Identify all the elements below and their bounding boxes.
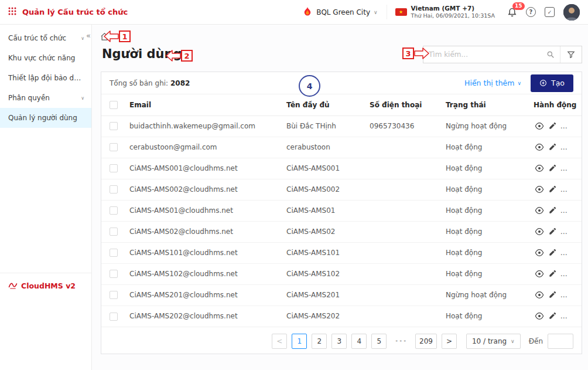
lock-icon[interactable] <box>560 164 572 173</box>
cell-email: CiAMS-AMS202@cloudhms.net <box>125 305 282 327</box>
view-icon[interactable] <box>534 312 545 320</box>
table-row: CiAMS-AMS202@cloudhms.net CiAMS-AMS202 H… <box>101 305 582 327</box>
last-page-button[interactable]: 209 <box>415 334 437 349</box>
sidebar-collapse-button[interactable]: « <box>86 31 91 40</box>
org-selector[interactable]: BQL Green City ∨ <box>302 6 377 18</box>
more-actions-icon[interactable]: ··· <box>573 291 582 299</box>
app-grid-icon[interactable] <box>8 6 16 18</box>
select-all-checkbox[interactable] <box>110 101 118 109</box>
edit-icon[interactable] <box>547 270 558 278</box>
org-name: BQL Green City <box>316 8 370 16</box>
edit-icon[interactable] <box>547 312 558 320</box>
more-actions-icon[interactable]: ··· <box>573 143 582 151</box>
view-icon[interactable] <box>534 206 545 215</box>
page-button-2[interactable]: 2 <box>312 334 327 349</box>
row-checkbox[interactable] <box>110 228 118 236</box>
page-button-3[interactable]: 3 <box>331 334 347 349</box>
show-more-link[interactable]: Hiển thị thêm ∨ <box>464 79 521 87</box>
cell-phone <box>365 221 441 242</box>
table-row: CiAMS-AMS001@cloudhms.net CiAMS-AMS001 H… <box>101 158 582 179</box>
row-checkbox[interactable] <box>110 164 118 172</box>
cloudhms-logo-text: CloudHMS v2 <box>21 281 76 290</box>
header-phone: Số điện thoại <box>365 94 441 116</box>
timezone-info: ★ Vietnam (GMT +7) Thứ Hai, 06/09/2021, … <box>387 5 495 19</box>
row-checkbox[interactable] <box>110 313 118 321</box>
lock-icon[interactable] <box>560 291 572 300</box>
prev-page-button[interactable]: < <box>272 334 287 349</box>
cell-status: Hoạt động <box>441 137 529 158</box>
create-button[interactable]: Tạo <box>531 74 573 92</box>
more-actions-icon[interactable]: ··· <box>573 164 582 172</box>
search-input[interactable] <box>423 50 541 59</box>
lock-icon[interactable] <box>560 270 572 279</box>
cell-status: Ngừng hoạt động <box>441 116 529 137</box>
view-icon[interactable] <box>534 270 545 278</box>
view-icon[interactable] <box>534 185 545 194</box>
cell-phone <box>365 263 441 284</box>
sidebar-item-2[interactable]: Thiết lập đội bảo dưỡng khu ... <box>0 68 91 88</box>
view-icon[interactable] <box>534 122 545 130</box>
more-actions-icon[interactable]: ··· <box>573 249 582 257</box>
annotation-1: 1 <box>104 30 131 43</box>
cell-status: Hoạt động <box>441 305 529 327</box>
app-title: Quản lý Cấu trúc tổ chức <box>22 8 128 16</box>
edit-icon[interactable] <box>547 228 558 236</box>
search-icon[interactable] <box>541 50 560 59</box>
edit-icon[interactable] <box>547 249 558 257</box>
edit-icon[interactable] <box>547 206 558 215</box>
edit-icon[interactable] <box>547 291 558 299</box>
help-icon[interactable]: ? <box>526 7 536 17</box>
lock-icon[interactable] <box>560 312 572 321</box>
total-records-label: Tổng số bản ghi: <box>110 79 168 87</box>
more-actions-icon[interactable]: ··· <box>573 206 582 215</box>
row-checkbox[interactable] <box>110 270 118 278</box>
lock-icon[interactable] <box>560 228 572 236</box>
lock-icon[interactable] <box>560 122 572 131</box>
view-icon[interactable] <box>534 249 545 257</box>
row-checkbox[interactable] <box>110 249 118 257</box>
edit-icon[interactable] <box>547 122 558 130</box>
lock-icon[interactable] <box>560 249 572 257</box>
sidebar-item-1[interactable]: Khu vực chức năng <box>0 48 91 68</box>
more-actions-icon[interactable]: ··· <box>573 122 582 130</box>
more-actions-icon[interactable]: ··· <box>573 270 582 278</box>
view-icon[interactable] <box>534 291 545 299</box>
row-checkbox[interactable] <box>110 143 118 151</box>
filter-icon[interactable] <box>560 50 582 59</box>
lock-icon[interactable] <box>560 206 572 215</box>
goto-page-input[interactable] <box>548 334 573 349</box>
view-icon[interactable] <box>534 228 545 236</box>
view-icon[interactable] <box>534 143 545 151</box>
cell-fullname: CiAMS-AMS101 <box>282 242 365 263</box>
edit-icon[interactable] <box>547 143 558 151</box>
more-actions-icon[interactable]: ··· <box>573 228 582 236</box>
cell-fullname: CiAMS-AMS01 <box>282 200 365 221</box>
page-button-4[interactable]: 4 <box>351 334 367 349</box>
view-icon[interactable] <box>534 164 545 172</box>
notification-bell-icon[interactable]: 15 <box>507 7 517 18</box>
row-checkbox[interactable] <box>110 122 118 130</box>
sidebar-item-4[interactable]: Quản lý người dùng <box>0 108 91 128</box>
more-actions-icon[interactable]: ··· <box>573 185 582 194</box>
lock-icon[interactable] <box>560 185 572 194</box>
widget-icon[interactable]: ✓ <box>545 7 555 17</box>
sidebar-item-3[interactable]: Phân quyền∨ <box>0 88 91 108</box>
edit-icon[interactable] <box>547 185 558 194</box>
lock-icon[interactable] <box>560 143 572 152</box>
page-size-select[interactable]: 10 / trang ∨ <box>466 334 521 349</box>
more-actions-icon[interactable]: ··· <box>573 312 582 320</box>
row-checkbox[interactable] <box>110 206 118 215</box>
page-button-1[interactable]: 1 <box>292 334 307 349</box>
cell-phone <box>365 158 441 179</box>
cell-phone: 0965730436 <box>365 116 441 137</box>
table-row: cerabustoon@gmail.com cerabustoon Hoạt đ… <box>101 137 582 158</box>
table-row: CiAMS-AMS01@cloudhms.net CiAMS-AMS01 Hoạ… <box>101 200 582 221</box>
sidebar-item-0[interactable]: Cấu trúc tổ chức∨ <box>0 28 91 48</box>
avatar[interactable] <box>563 4 580 21</box>
page-button-5[interactable]: 5 <box>371 334 387 349</box>
edit-icon[interactable] <box>547 164 558 172</box>
row-checkbox[interactable] <box>110 291 118 299</box>
cell-fullname: CiAMS-AMS202 <box>282 305 365 327</box>
next-page-button[interactable]: > <box>442 334 457 349</box>
row-checkbox[interactable] <box>110 185 118 194</box>
